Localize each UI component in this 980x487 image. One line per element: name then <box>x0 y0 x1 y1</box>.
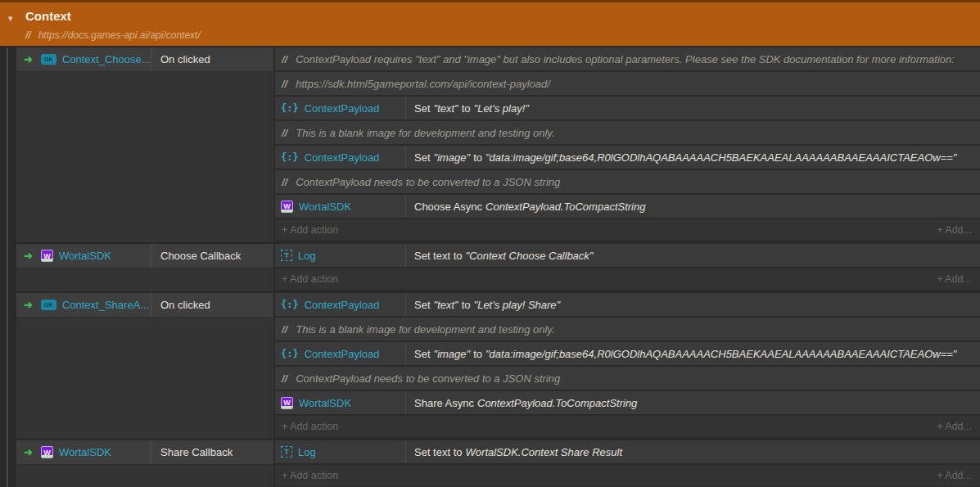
action-object-cell: {:} ContextPayload <box>275 146 406 169</box>
comment-row[interactable]: // https://sdk.html5gameportal.com/api/i… <box>275 72 980 95</box>
json-payload-icon: {:} <box>281 151 299 163</box>
comment-slashes: // <box>282 372 287 385</box>
add-action-button[interactable]: + Add action <box>282 273 338 285</box>
action-object-name: WortalSDK <box>299 397 351 409</box>
comment-text: This is a blank image for development an… <box>296 127 554 139</box>
action-row[interactable]: W WortalSDK Choose Async ContextPayload.… <box>275 195 980 218</box>
action-verb: Choose Async <box>414 201 482 213</box>
action-param: ContextPayload.ToCompactString <box>477 397 637 409</box>
action-verb: Set <box>414 348 431 360</box>
add-more-button[interactable]: + Add... <box>937 224 972 236</box>
add-more-button[interactable]: + Add... <box>937 273 972 285</box>
action-object-cell: W WortalSDK <box>275 391 406 414</box>
comment-slashes: // <box>25 29 31 41</box>
action-param: "image" <box>434 151 471 164</box>
condition-object-cell: ➜ OK Context_ShareA... <box>16 293 151 317</box>
condition-object-name: Context_ShareA... <box>62 299 149 311</box>
add-action-row: + Add action + Add... <box>275 465 980 486</box>
arrow-icon: ➜ <box>24 250 33 262</box>
group-comment-text: https://docs.games-api.ai/api/context/ <box>38 29 201 41</box>
event-block-4: ➜ W WortalSDK Share Callback T Log Set t… <box>16 440 980 487</box>
condition-column: ➜ W WortalSDK Share Callback <box>16 440 273 487</box>
button-ok-icon: OK <box>41 54 56 65</box>
condition-text: On clicked <box>151 293 273 317</box>
condition-fill <box>16 465 273 487</box>
comment-row[interactable]: // This is a blank image for development… <box>275 318 980 340</box>
action-row[interactable]: {:} ContextPayload Set "text" to "Let's … <box>275 97 980 119</box>
add-action-button[interactable]: + Add action <box>282 421 338 432</box>
action-row[interactable]: {:} ContextPayload Set "image" to "data:… <box>275 342 980 365</box>
condition-object-name: Context_Choose... <box>62 53 151 65</box>
event-sheet: ▾ Context //https://docs.games-api.ai/ap… <box>0 0 980 487</box>
collapse-triangle-icon[interactable]: ▾ <box>8 13 13 24</box>
log-text-icon: T <box>281 446 292 458</box>
action-row[interactable]: W WortalSDK Share Async ContextPayload.T… <box>275 391 980 414</box>
comment-row[interactable]: // This is a blank image for development… <box>275 121 980 144</box>
action-verb: Set <box>414 151 431 164</box>
action-object-name: ContextPayload <box>305 102 380 115</box>
actions-column: T Log Set text to "Context Choose Callba… <box>275 244 980 291</box>
action-verb: Set <box>414 102 431 115</box>
action-object-name: Log <box>298 250 316 262</box>
comment-slashes: // <box>282 323 287 336</box>
group-header[interactable]: ▾ Context //https://docs.games-api.ai/ap… <box>0 0 980 46</box>
action-param: "data:image/gif;base64,R0lGODlhAQABAAAAA… <box>485 348 956 360</box>
add-more-button[interactable]: + Add... <box>937 470 972 481</box>
action-row[interactable]: {:} ContextPayload Set "text" to "Let's … <box>275 293 980 316</box>
comment-text: ContextPayload requires "text" and "imag… <box>296 53 955 65</box>
comment-text: This is a blank image for development an… <box>296 323 554 336</box>
group-comment: //https://docs.games-api.ai/api/context/ <box>25 29 201 41</box>
arrow-icon: ➜ <box>24 299 33 311</box>
comment-row[interactable]: // ContextPayload needs to be converted … <box>275 170 980 193</box>
action-row[interactable]: T Log Set text to WortalSDK.Context Shar… <box>275 440 980 463</box>
condition-fill <box>16 268 273 291</box>
json-payload-icon: {:} <box>281 299 299 310</box>
action-param: "text" <box>434 299 458 311</box>
json-payload-icon: {:} <box>281 102 299 114</box>
comment-text: https://sdk.html5gameportal.com/api/icon… <box>296 78 550 90</box>
log-text-icon: T <box>281 250 292 261</box>
action-param: "Context Choose Callback" <box>466 250 594 262</box>
comment-slashes: // <box>282 127 287 139</box>
action-verb: Set text to <box>414 250 463 262</box>
action-text: Set text to "Context Choose Callback" <box>406 244 980 267</box>
add-action-row: + Add action + Add... <box>275 416 980 437</box>
action-row[interactable]: T Log Set text to "Context Choose Callba… <box>275 244 980 267</box>
action-verb: Share Async <box>414 397 474 409</box>
action-object-cell: {:} ContextPayload <box>275 293 406 316</box>
condition-row[interactable]: ➜ OK Context_ShareA... On clicked <box>16 293 273 318</box>
condition-object-name: WortalSDK <box>59 250 111 262</box>
action-text: Set "image" to "data:image/gif;base64,R0… <box>406 342 980 365</box>
action-param: "Let's play! Share" <box>474 299 561 311</box>
add-action-button[interactable]: + Add action <box>282 224 338 236</box>
condition-text: On clicked <box>151 47 273 71</box>
wortal-sdk-icon: W <box>41 446 53 458</box>
action-object-cell: W WortalSDK <box>275 195 406 218</box>
comment-row[interactable]: // ContextPayload needs to be converted … <box>275 367 980 390</box>
add-more-button[interactable]: + Add... <box>937 421 972 432</box>
condition-row[interactable]: ➜ W WortalSDK Choose Callback <box>16 244 273 268</box>
condition-row[interactable]: ➜ W WortalSDK Share Callback <box>16 440 273 465</box>
action-param: WortalSDK.Context Share Result <box>466 446 622 458</box>
comment-slashes: // <box>282 78 287 90</box>
action-text: Set text to WortalSDK.Context Share Resu… <box>406 440 980 463</box>
condition-column: ➜ OK Context_ShareA... On clicked <box>16 293 273 439</box>
condition-row[interactable]: ➜ OK Context_Choose... On clicked <box>16 47 273 72</box>
action-row[interactable]: {:} ContextPayload Set "image" to "data:… <box>275 146 980 169</box>
action-object-name: ContextPayload <box>305 348 380 360</box>
add-action-button[interactable]: + Add action <box>282 470 338 481</box>
event-block-2: ➜ W WortalSDK Choose Callback T Log Set … <box>16 244 980 291</box>
add-action-row: + Add action + Add... <box>275 219 980 241</box>
wortal-sdk-icon: W <box>281 397 293 409</box>
action-mid: to <box>462 102 471 115</box>
action-text: Share Async ContextPayload.ToCompactStri… <box>406 391 980 414</box>
condition-object-cell: ➜ W WortalSDK <box>16 440 151 464</box>
comment-text: ContextPayload needs to be converted to … <box>296 176 560 188</box>
events-list: ➜ OK Context_Choose... On clicked // Con… <box>0 46 980 487</box>
action-param: ContextPayload.ToCompactString <box>485 201 645 213</box>
add-action-row: + Add action + Add... <box>275 268 980 290</box>
arrow-icon: ➜ <box>24 53 33 65</box>
action-object-cell: T Log <box>275 244 406 267</box>
action-object-name: ContextPayload <box>305 151 380 164</box>
comment-row[interactable]: // ContextPayload requires "text" and "i… <box>275 47 980 70</box>
